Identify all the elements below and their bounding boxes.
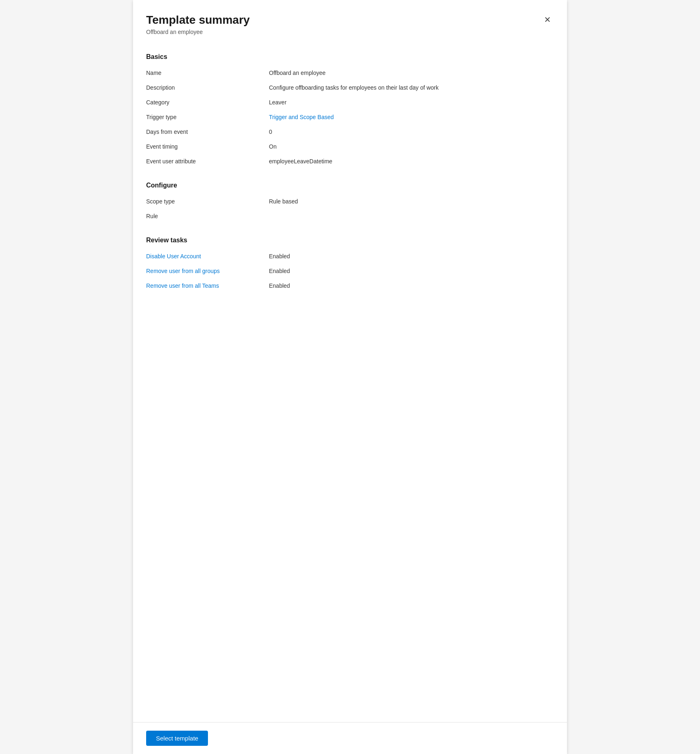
panel-content: Basics Name Offboard an employee Descrip…: [133, 43, 567, 722]
field-value-remove-from-groups: Enabled: [269, 267, 554, 274]
field-label-remove-from-groups: Remove user from all groups: [146, 267, 269, 274]
field-row-trigger-type: Trigger type Trigger and Scope Based: [146, 111, 554, 126]
review-tasks-section-title: Review tasks: [146, 237, 554, 244]
field-row-scope-type: Scope type Rule based: [146, 196, 554, 210]
field-value-rule: [269, 212, 554, 213]
field-label-event-user-attribute: Event user attribute: [146, 157, 269, 165]
field-row-event-user-attribute: Event user attribute employeeLeaveDateti…: [146, 156, 554, 170]
field-row-name: Name Offboard an employee: [146, 67, 554, 82]
field-row-description: Description Configure offboarding tasks …: [146, 82, 554, 97]
field-row-disable-user-account: Disable User Account Enabled: [146, 251, 554, 265]
panel-header: Template summary Offboard an employee ✕: [133, 0, 567, 43]
configure-section: Configure Scope type Rule based Rule: [146, 182, 554, 225]
field-label-description: Description: [146, 84, 269, 91]
field-value-name: Offboard an employee: [269, 69, 554, 76]
template-summary-panel: Template summary Offboard an employee ✕ …: [133, 0, 567, 754]
field-label-remove-from-teams: Remove user from all Teams: [146, 282, 269, 289]
panel-footer: Select template: [133, 722, 567, 754]
field-value-description: Configure offboarding tasks for employee…: [269, 84, 554, 91]
panel-subtitle: Offboard an employee: [146, 29, 551, 35]
field-value-days-from-event: 0: [269, 128, 554, 135]
configure-section-title: Configure: [146, 182, 554, 189]
field-label-scope-type: Scope type: [146, 197, 269, 205]
remove-from-teams-link[interactable]: Remove user from all Teams: [146, 282, 219, 289]
close-button[interactable]: ✕: [541, 13, 554, 26]
field-value-remove-from-teams: Enabled: [269, 282, 554, 289]
field-value-scope-type: Rule based: [269, 197, 554, 205]
field-value-event-timing: On: [269, 142, 554, 150]
field-label-category: Category: [146, 98, 269, 106]
field-value-disable-user-account: Enabled: [269, 252, 554, 260]
disable-user-account-link[interactable]: Disable User Account: [146, 253, 201, 260]
field-row-remove-from-groups: Remove user from all groups Enabled: [146, 265, 554, 280]
field-label-trigger-type: Trigger type: [146, 113, 269, 120]
field-row-category: Category Leaver: [146, 97, 554, 111]
basics-section-title: Basics: [146, 53, 554, 61]
field-label-event-timing: Event timing: [146, 142, 269, 150]
field-row-days-from-event: Days from event 0: [146, 126, 554, 141]
field-label-disable-user-account: Disable User Account: [146, 252, 269, 260]
remove-from-groups-link[interactable]: Remove user from all groups: [146, 268, 220, 274]
panel-title: Template summary: [146, 13, 551, 27]
field-row-event-timing: Event timing On: [146, 141, 554, 156]
field-row-remove-from-teams: Remove user from all Teams Enabled: [146, 280, 554, 295]
field-row-rule: Rule: [146, 210, 554, 225]
field-label-name: Name: [146, 69, 269, 76]
field-label-days-from-event: Days from event: [146, 128, 269, 135]
field-value-trigger-type: Trigger and Scope Based: [269, 113, 554, 120]
select-template-button[interactable]: Select template: [146, 731, 208, 746]
basics-section: Basics Name Offboard an employee Descrip…: [146, 53, 554, 170]
field-value-event-user-attribute: employeeLeaveDatetime: [269, 157, 554, 165]
review-tasks-section: Review tasks Disable User Account Enable…: [146, 237, 554, 295]
field-label-rule: Rule: [146, 212, 269, 219]
field-value-category: Leaver: [269, 98, 554, 106]
